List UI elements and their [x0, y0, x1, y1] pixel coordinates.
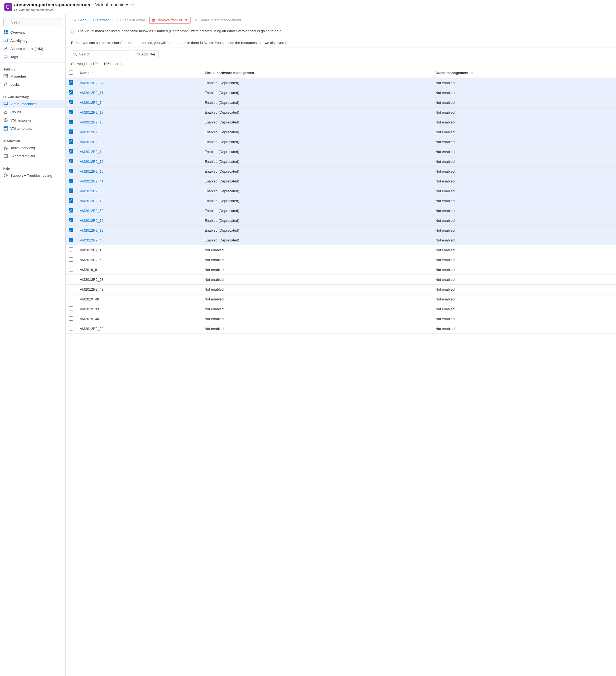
- vm-name-link[interactable]: VM2012R2_27: [80, 81, 104, 85]
- row-name-cell[interactable]: VM2012R2_11: [76, 88, 201, 98]
- row-checkbox[interactable]: [69, 179, 73, 183]
- row-checkbox-cell[interactable]: [65, 324, 76, 334]
- vm-name-link[interactable]: VM2012R2_35: [80, 189, 104, 193]
- vm-name-link[interactable]: VM2012R2_1: [80, 150, 102, 154]
- row-checkbox[interactable]: [69, 100, 73, 104]
- row-name-cell[interactable]: VM2012R2_18: [76, 226, 201, 235]
- sidebar-item-clouds[interactable]: Clouds: [0, 108, 65, 116]
- vm-name-link[interactable]: VM2012R2_13: [80, 199, 104, 203]
- sidebar-item-vm-networks[interactable]: VM networks: [0, 116, 65, 124]
- guest-management-button[interactable]: ⚙ Enable guest management: [192, 17, 244, 23]
- row-checkbox[interactable]: [69, 110, 73, 114]
- vm-name-link[interactable]: VM2012R2_18: [80, 228, 104, 232]
- row-checkbox-cell[interactable]: ✓: [65, 147, 76, 157]
- vm-name-link[interactable]: VM2012R2_50: [80, 209, 104, 213]
- row-checkbox[interactable]: [69, 188, 73, 193]
- row-checkbox[interactable]: [69, 198, 73, 203]
- row-checkbox[interactable]: [69, 90, 73, 95]
- sidebar-item-support[interactable]: ? Support + Troubleshooting: [0, 171, 65, 179]
- row-checkbox-cell[interactable]: ✓: [65, 117, 76, 127]
- row-checkbox-cell[interactable]: ✓: [65, 196, 76, 206]
- row-checkbox-cell[interactable]: [65, 285, 76, 294]
- row-checkbox-cell[interactable]: ✓: [65, 206, 76, 216]
- row-checkbox-cell[interactable]: [65, 304, 76, 314]
- row-name-cell[interactable]: VM2012R2_1: [76, 147, 201, 157]
- row-name-cell[interactable]: VM2012R2_17: [76, 108, 201, 117]
- row-checkbox[interactable]: [69, 306, 73, 311]
- sidebar-item-tags[interactable]: Tags: [0, 53, 65, 61]
- sidebar-item-tasks[interactable]: Tasks (preview): [0, 144, 65, 152]
- row-checkbox[interactable]: [69, 149, 73, 154]
- row-name-cell[interactable]: VM2012R2_8: [76, 137, 201, 147]
- row-checkbox-cell[interactable]: ✓: [65, 78, 76, 88]
- row-checkbox[interactable]: [69, 208, 73, 213]
- vm-name-link[interactable]: VM2012R2_45: [80, 238, 104, 242]
- row-name-cell[interactable]: VM2012R2_50: [76, 206, 201, 216]
- row-checkbox[interactable]: [69, 238, 73, 242]
- add-filter-button[interactable]: ▽ Add filter: [134, 51, 159, 58]
- sidebar-item-vm-templates[interactable]: VM templates: [0, 124, 65, 132]
- vm-name-link[interactable]: VM2012R2_11: [80, 91, 104, 95]
- sidebar-item-activity-log[interactable]: Activity log: [0, 36, 65, 45]
- row-checkbox[interactable]: [69, 297, 73, 301]
- name-column-header[interactable]: Name ↑↓: [76, 68, 201, 78]
- vm-name-link[interactable]: VM2012R2_8: [80, 140, 102, 144]
- row-checkbox[interactable]: [69, 267, 73, 272]
- row-checkbox-cell[interactable]: ✓: [65, 167, 76, 176]
- row-checkbox[interactable]: [69, 80, 73, 85]
- guest-mgmt-column-header[interactable]: Guest management ↑↓: [432, 68, 616, 78]
- vm-name-link[interactable]: VM2012R2_10: [80, 219, 104, 223]
- add-button[interactable]: + + Add: [71, 16, 89, 24]
- row-checkbox[interactable]: [69, 247, 73, 252]
- row-checkbox[interactable]: [69, 257, 73, 262]
- row-name-cell[interactable]: VM2012R2_14: [76, 98, 201, 108]
- row-checkbox-cell[interactable]: [65, 294, 76, 304]
- vm-name-link[interactable]: VM2012R2_16: [80, 169, 104, 173]
- row-checkbox-cell[interactable]: [65, 245, 76, 255]
- row-name-cell[interactable]: VM2012R2_5: [76, 127, 201, 137]
- row-name-cell[interactable]: VM2012R2_13: [76, 196, 201, 206]
- select-all-header[interactable]: [65, 68, 76, 78]
- sidebar-search-input[interactable]: [3, 18, 62, 26]
- enable-azure-button[interactable]: ✓ Enable in Azure: [113, 17, 148, 23]
- row-checkbox-cell[interactable]: [65, 255, 76, 265]
- row-checkbox[interactable]: [69, 228, 73, 232]
- row-checkbox[interactable]: [69, 139, 73, 144]
- sidebar-item-export-template[interactable]: Export template: [0, 152, 65, 160]
- row-checkbox-cell[interactable]: ✓: [65, 235, 76, 245]
- row-checkbox[interactable]: [69, 326, 73, 331]
- row-checkbox-cell[interactable]: ✓: [65, 98, 76, 108]
- vm-name-link[interactable]: VM2012R2_12: [80, 160, 104, 164]
- row-name-cell[interactable]: VM2012R2_45: [76, 235, 201, 245]
- vm-name-link[interactable]: VM2012R2_14: [80, 101, 104, 105]
- sidebar-item-properties[interactable]: Properties: [0, 72, 65, 80]
- row-checkbox[interactable]: [69, 120, 73, 124]
- row-name-cell[interactable]: VM2012R2_10: [76, 216, 201, 226]
- row-name-cell[interactable]: VM2012R2_27: [76, 78, 201, 88]
- filter-search-input[interactable]: [71, 51, 131, 58]
- row-checkbox-cell[interactable]: ✓: [65, 176, 76, 186]
- row-checkbox-cell[interactable]: [65, 314, 76, 324]
- row-checkbox-cell[interactable]: ✓: [65, 137, 76, 147]
- sidebar-item-locks[interactable]: Locks: [0, 80, 65, 89]
- remove-azure-button[interactable]: 🗑 Remove from Azure: [149, 17, 191, 23]
- vm-name-link[interactable]: VM2012R2_5: [80, 130, 102, 134]
- row-name-cell[interactable]: VM2012R2_16: [76, 167, 201, 176]
- more-options-icon[interactable]: ···: [136, 3, 140, 7]
- row-checkbox-cell[interactable]: ✓: [65, 186, 76, 196]
- row-checkbox[interactable]: [69, 129, 73, 134]
- row-checkbox-cell[interactable]: ✓: [65, 127, 76, 137]
- sidebar-item-virtual-machines[interactable]: Virtual machines: [0, 100, 65, 108]
- vm-name-link[interactable]: VM2012R2_17: [80, 110, 104, 114]
- row-checkbox[interactable]: [69, 218, 73, 222]
- row-checkbox-cell[interactable]: [65, 265, 76, 275]
- row-checkbox[interactable]: [69, 277, 73, 281]
- row-checkbox-cell[interactable]: ✓: [65, 216, 76, 226]
- sidebar-item-access-control[interactable]: Access control (IAM): [0, 45, 65, 53]
- vm-name-link[interactable]: VM2012R2_41: [80, 179, 104, 183]
- vm-name-link[interactable]: VM2012R2_15: [80, 120, 104, 124]
- row-checkbox-cell[interactable]: ✓: [65, 157, 76, 167]
- row-name-cell[interactable]: VM2012R2_35: [76, 186, 201, 196]
- row-checkbox[interactable]: [69, 169, 73, 173]
- row-name-cell[interactable]: VM2012R2_41: [76, 176, 201, 186]
